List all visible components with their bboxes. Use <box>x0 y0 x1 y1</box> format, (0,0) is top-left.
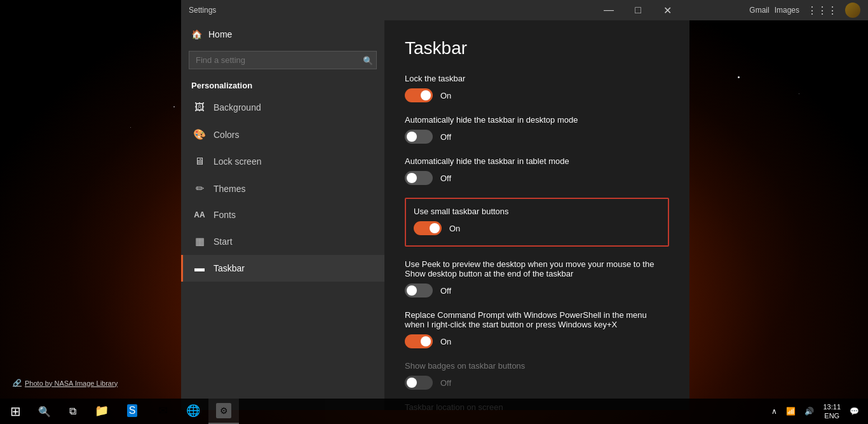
user-avatar[interactable] <box>845 3 860 18</box>
fonts-icon: AA <box>193 210 206 219</box>
powershell-label-line1: Replace Command Prompt with Windows Powe… <box>405 310 647 320</box>
taskbar-app-edge[interactable]: 🌐 <box>178 399 208 424</box>
powershell-toggle-row: On <box>405 334 669 348</box>
lock-taskbar-toggle[interactable] <box>405 88 433 102</box>
auto-hide-tablet-toggle-row: Off <box>405 171 669 185</box>
main-content: Taskbar Lock the taskbar On Automaticall… <box>384 20 689 410</box>
start-icon: ⊞ <box>10 404 21 419</box>
task-view-icon: ⧉ <box>69 406 76 417</box>
taskbar-app-store[interactable]: S <box>117 399 147 424</box>
search-icon: 🔍 <box>363 55 373 65</box>
file-explorer-icon: 📁 <box>95 404 109 418</box>
auto-hide-tablet-state: Off <box>440 174 451 183</box>
clock-display[interactable]: 13:11 ENG <box>819 399 844 424</box>
auto-hide-desktop-label: Automatically hide the taskbar in deskto… <box>405 115 669 125</box>
home-label: Home <box>208 29 232 39</box>
show-hidden-icon: ∧ <box>771 407 777 416</box>
volume-button[interactable]: 🔊 <box>801 399 818 424</box>
close-button[interactable]: ✕ <box>653 0 682 20</box>
sidebar-item-themes[interactable]: ✏ Themes <box>181 175 384 202</box>
lang-display: ENG <box>824 411 839 420</box>
network-icon: 📶 <box>786 407 796 416</box>
peek-desktop-label: Use Peek to preview the desktop when you… <box>405 259 669 278</box>
search-box: 🔍 <box>189 51 377 69</box>
title-bar: Settings — □ ✕ <box>181 0 689 20</box>
sidebar-item-background[interactable]: 🖼 Background <box>181 94 384 121</box>
setting-peek-desktop: Use Peek to preview the desktop when you… <box>405 259 669 297</box>
badges-label: Show badges on taskbar buttons <box>405 361 669 371</box>
sidebar-item-lock-screen[interactable]: 🖥 Lock screen <box>181 148 384 175</box>
start-icon: ▦ <box>193 235 206 247</box>
peek-toggle-row: Off <box>405 284 669 297</box>
background-label: Background <box>214 102 261 113</box>
maximize-button[interactable]: □ <box>623 0 653 20</box>
auto-hide-tablet-toggle[interactable] <box>405 171 433 185</box>
auto-hide-tablet-label: Automatically hide the taskbar in tablet… <box>405 156 669 166</box>
taskbar-app-file-explorer[interactable]: 📁 <box>86 399 117 424</box>
taskbar-pinned-apps: 📁 S ✉ 🌐 ⚙ <box>86 399 768 424</box>
window-title: Settings <box>189 6 594 15</box>
mail-icon: ✉ <box>158 404 168 418</box>
images-link[interactable]: Images <box>775 6 799 15</box>
lock-screen-icon: 🖥 <box>193 156 206 167</box>
link-icon: 🔗 <box>13 379 22 387</box>
taskbar-app-mail[interactable]: ✉ <box>147 399 178 424</box>
sidebar: 🏠 Home 🔍 Personalization 🖼 Background 🎨 … <box>181 20 384 410</box>
toggle-knob <box>407 173 417 183</box>
network-icon-button[interactable]: 📶 <box>782 399 799 424</box>
toggle-knob <box>421 336 431 346</box>
powershell-toggle[interactable] <box>405 334 433 348</box>
small-buttons-toggle[interactable] <box>414 221 442 235</box>
taskbar-search-button[interactable]: 🔍 <box>31 399 58 424</box>
toggle-knob <box>421 90 431 100</box>
toggle-knob <box>430 223 440 233</box>
badges-toggle[interactable] <box>405 376 433 390</box>
sidebar-item-start[interactable]: ▦ Start <box>181 228 384 255</box>
settings-window: Settings — □ ✕ 🏠 Home 🔍 Personalization … <box>181 0 689 410</box>
small-buttons-label: Use small taskbar buttons <box>414 207 660 216</box>
sidebar-item-colors[interactable]: 🎨 Colors <box>181 121 384 148</box>
minimize-button[interactable]: — <box>594 0 623 20</box>
gmail-link[interactable]: Gmail <box>749 6 769 15</box>
toggle-knob <box>407 378 417 388</box>
clock: 13:11 ENG <box>823 402 841 421</box>
running-app-icon-1: ⚙ <box>216 403 231 418</box>
store-icon: S <box>127 404 138 417</box>
small-buttons-state: On <box>449 224 460 233</box>
window-controls: — □ ✕ <box>594 0 682 20</box>
setting-lock-taskbar: Lock the taskbar On <box>405 74 669 102</box>
auto-hide-desktop-toggle[interactable] <box>405 130 433 144</box>
powershell-state: On <box>440 337 451 346</box>
sidebar-item-taskbar[interactable]: ▬ Taskbar <box>181 255 384 282</box>
powershell-label: Replace Command Prompt with Windows Powe… <box>405 310 669 329</box>
taskbar-app-running-1[interactable]: ⚙ <box>208 399 239 424</box>
auto-hide-desktop-state: Off <box>440 132 451 142</box>
toggle-knob <box>407 285 417 296</box>
photo-credit-link[interactable]: 🔗 Photo by NASA Image Library <box>13 379 118 387</box>
toggle-knob <box>407 132 417 142</box>
badges-toggle-row: Off <box>405 376 669 390</box>
search-input[interactable] <box>189 51 377 69</box>
taskbar-search-icon: 🔍 <box>38 406 51 418</box>
sidebar-item-fonts[interactable]: AA Fonts <box>181 202 384 228</box>
start-button[interactable]: ⊞ <box>0 399 31 424</box>
show-hidden-button[interactable]: ∧ <box>768 399 781 424</box>
edge-icon: 🌐 <box>186 404 200 418</box>
apps-grid-icon[interactable]: ⋮⋮⋮ <box>807 4 837 17</box>
lock-taskbar-state: On <box>440 91 451 100</box>
colors-icon: 🎨 <box>193 128 206 140</box>
notification-icon: 💬 <box>850 407 859 416</box>
lock-screen-label: Lock screen <box>214 156 261 167</box>
powershell-label-line2: when I right-click the start button or p… <box>405 320 617 329</box>
task-view-button[interactable]: ⧉ <box>58 399 86 424</box>
badges-state: Off <box>440 378 451 388</box>
auto-hide-desktop-toggle-row: Off <box>405 130 669 144</box>
small-buttons-toggle-row: On <box>414 221 660 235</box>
peek-toggle[interactable] <box>405 284 433 297</box>
sidebar-home-button[interactable]: 🏠 Home <box>181 20 384 48</box>
system-taskbar: ⊞ 🔍 ⧉ 📁 S ✉ 🌐 ⚙ ∧ 📶 🔊 <box>0 399 868 424</box>
notification-button[interactable]: 💬 <box>846 399 863 424</box>
sidebar-section-title: Personalization <box>181 74 384 94</box>
peek-label-line2: Show desktop button at the end of the ta… <box>405 269 573 278</box>
taskbar-system-tray: ∧ 📶 🔊 13:11 ENG 💬 <box>768 399 868 424</box>
